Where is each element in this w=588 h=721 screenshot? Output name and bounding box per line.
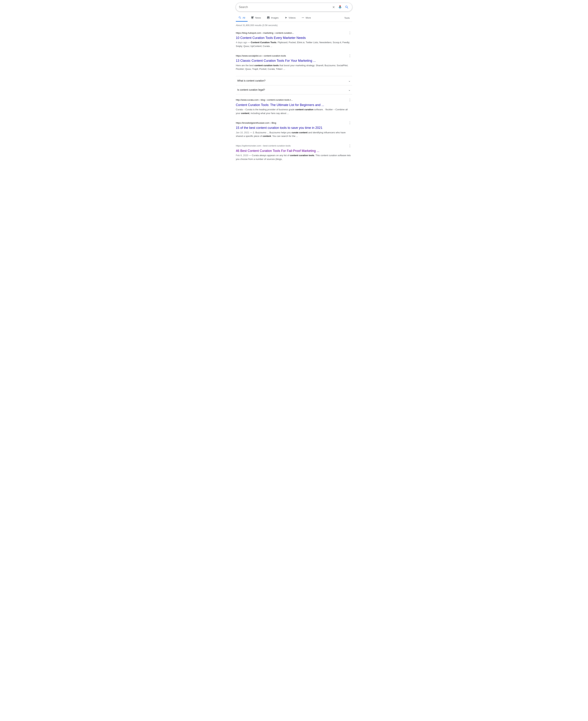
tab-images[interactable]: Images bbox=[264, 14, 281, 22]
result-menu-button[interactable]: ⋮ bbox=[348, 53, 352, 58]
tab-videos[interactable]: Videos bbox=[282, 14, 298, 22]
tab-all[interactable]: All bbox=[236, 14, 248, 22]
result-snippet: 4 days ago — Content Curation Tools. Fli… bbox=[236, 41, 352, 48]
result-snippet: Feb 8, 2020 — Curata always appears on a… bbox=[236, 154, 352, 161]
search-actions bbox=[332, 5, 349, 9]
result-url: http://www.curata.com › blog › content-c… bbox=[236, 99, 346, 101]
result-menu-button[interactable]: ⋮ bbox=[348, 30, 352, 36]
result-url: https://www.socialpilot.co › content-cur… bbox=[236, 55, 346, 57]
result-url-row: https://blog.hubspot.com › marketing › c… bbox=[236, 30, 352, 36]
faq-section: What is content curation? ⌄ Is content c… bbox=[236, 76, 352, 94]
result-url: https://knowledgeenthusiast.com › Blog bbox=[236, 122, 346, 124]
chevron-down-icon: ⌄ bbox=[348, 88, 351, 92]
faq-item[interactable]: Is content curation legal? ⌄ bbox=[236, 85, 352, 94]
tab-more[interactable]: More bbox=[299, 14, 313, 22]
result-snippet: Curata – Curata is the leading provider … bbox=[236, 108, 352, 115]
tab-news-label: News bbox=[255, 16, 261, 19]
result-item: https://blog.hubspot.com › marketing › c… bbox=[236, 30, 352, 48]
result-title[interactable]: 15 of the best content curation tools to… bbox=[236, 126, 352, 130]
faq-question: Is content curation legal? bbox=[237, 88, 265, 91]
faq-question: What is content curation? bbox=[237, 79, 266, 82]
tab-more-label: More bbox=[306, 16, 311, 19]
videos-tab-icon bbox=[285, 16, 288, 19]
result-title[interactable]: 13 Classic Content Curation Tools For Yo… bbox=[236, 59, 352, 63]
result-url-row: https://www.socialpilot.co › content-cur… bbox=[236, 53, 352, 58]
result-url-row: http://www.curata.com › blog › content-c… bbox=[236, 97, 352, 103]
result-menu-button[interactable]: ⋮ bbox=[348, 143, 352, 148]
search-icon bbox=[345, 5, 349, 9]
tools-tab[interactable]: Tools bbox=[342, 15, 352, 21]
clear-button[interactable] bbox=[332, 5, 336, 9]
search-bar: content curation tools bbox=[236, 3, 352, 12]
result-url: https://blog.hubspot.com › marketing › c… bbox=[236, 31, 346, 34]
result-snippet: Here are the best content curation tools… bbox=[236, 64, 352, 71]
microphone-icon bbox=[338, 5, 342, 9]
voice-search-button[interactable] bbox=[338, 5, 342, 9]
result-title[interactable]: 46 Best Content Curation Tools For Fail-… bbox=[236, 149, 352, 153]
result-menu-button[interactable]: ⋮ bbox=[348, 120, 352, 125]
all-tab-icon bbox=[238, 16, 241, 19]
tab-news[interactable]: News bbox=[248, 14, 264, 22]
result-date: 4 days ago bbox=[236, 41, 247, 44]
news-tab-icon bbox=[251, 16, 254, 19]
nav-tabs: All News Images Videos More Tools bbox=[236, 14, 352, 22]
tab-videos-label: Videos bbox=[289, 16, 296, 19]
search-input[interactable]: content curation tools bbox=[239, 5, 332, 9]
result-title[interactable]: Content Curation Tools: The Ultimate Lis… bbox=[236, 103, 352, 107]
result-date: Jan 10, 2021 bbox=[236, 131, 249, 134]
faq-item[interactable]: What is content curation? ⌄ bbox=[236, 76, 352, 85]
images-tab-icon bbox=[267, 16, 270, 19]
result-url-row: https://optinmonster.com › best-content-… bbox=[236, 143, 352, 148]
result-url: https://optinmonster.com › best-content-… bbox=[236, 144, 346, 147]
result-count: About 31,800,000 results (0.58 seconds) bbox=[236, 24, 352, 27]
result-item: https://www.socialpilot.co › content-cur… bbox=[236, 53, 352, 71]
result-menu-button[interactable]: ⋮ bbox=[348, 97, 352, 103]
result-item: https://optinmonster.com › best-content-… bbox=[236, 143, 352, 161]
result-snippet: Jan 10, 2021 — 2. Buzzsumo ... Buzzsumo … bbox=[236, 131, 352, 138]
result-item: http://www.curata.com › blog › content-c… bbox=[236, 97, 352, 115]
chevron-down-icon: ⌄ bbox=[348, 79, 351, 83]
result-title[interactable]: 10 Content Curation Tools Every Marketer… bbox=[236, 36, 352, 40]
result-item: https://knowledgeenthusiast.com › Blog ⋮… bbox=[236, 120, 352, 138]
tab-all-label: All bbox=[243, 16, 245, 19]
clear-icon bbox=[332, 5, 335, 9]
more-tab-icon bbox=[301, 16, 304, 19]
result-date: Feb 8, 2020 bbox=[236, 154, 248, 157]
tab-images-label: Images bbox=[271, 16, 279, 19]
result-url-row: https://knowledgeenthusiast.com › Blog ⋮ bbox=[236, 120, 352, 125]
search-button[interactable] bbox=[344, 5, 349, 9]
